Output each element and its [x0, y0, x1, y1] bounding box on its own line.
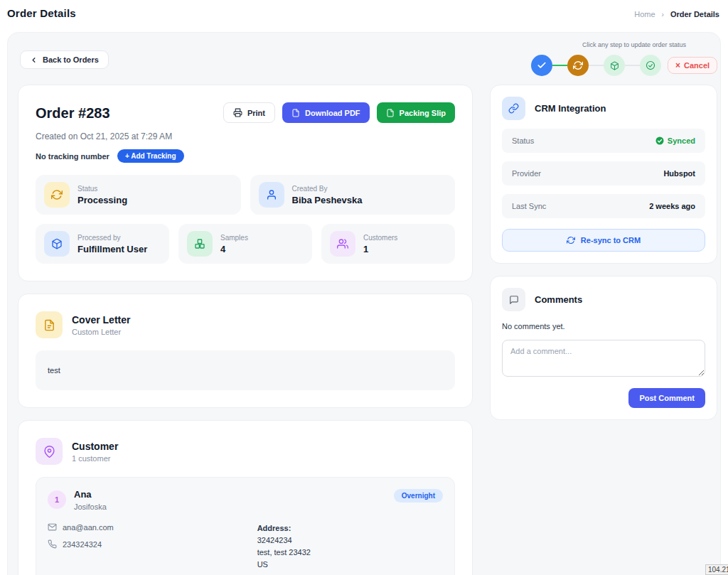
comments-empty-text: No comments yet.	[502, 322, 705, 331]
printer-icon	[233, 108, 242, 117]
breadcrumb: Home › Order Details	[634, 10, 719, 18]
customer-phone: 234324324	[48, 539, 257, 549]
user-icon	[259, 182, 284, 208]
crm-status-row: Status Synced	[502, 129, 705, 153]
print-button[interactable]: Print	[223, 102, 275, 123]
back-to-orders-button[interactable]: Back to Orders	[20, 50, 109, 69]
refresh-icon	[567, 236, 575, 244]
packing-slip-button[interactable]: Packing Slip	[377, 102, 455, 123]
chevron-left-icon	[30, 56, 38, 64]
status-tile: Status Processing	[36, 175, 241, 215]
customer-address: Address: 32424234 test, test 23432 US	[257, 522, 443, 571]
created-by-tile: Created By Biba Peshevska	[250, 175, 456, 215]
boxes-icon	[187, 231, 213, 257]
page-title: Order Details	[7, 7, 76, 19]
cover-letter-subtitle: Custom Letter	[72, 328, 130, 336]
resync-crm-button[interactable]: Re-sync to CRM	[502, 229, 705, 252]
breadcrumb-current: Order Details	[670, 10, 719, 18]
step-connector	[589, 65, 604, 66]
link-icon	[502, 97, 525, 120]
download-pdf-button[interactable]: Download PDF	[282, 102, 370, 123]
samples-tile: Samples 4	[178, 224, 312, 264]
order-number-title: Order #283	[36, 102, 110, 122]
check-circle-icon	[655, 136, 664, 145]
customer-section-title: Customer	[72, 441, 118, 452]
document-icon	[36, 311, 63, 338]
status-bar-url: 104.21.	[705, 564, 728, 575]
breadcrumb-separator-icon: ›	[662, 11, 664, 18]
comment-input[interactable]	[502, 340, 705, 377]
crm-integration-card: CRM Integration Status Synced Provider H…	[490, 85, 717, 264]
cancel-label: Cancel	[684, 61, 710, 70]
stepper-hint: Click any step to update order status	[560, 41, 709, 48]
phone-icon	[48, 539, 57, 549]
package-icon	[610, 61, 619, 70]
cover-letter-card: Cover Letter Custom Letter test	[18, 294, 473, 408]
processed-by-tile: Processed by Fulfillment User	[36, 224, 169, 264]
order-created-date: Created on Oct 21, 2025 at 7:29 AM	[36, 131, 455, 141]
crm-provider-row: Provider Hubspot	[502, 161, 705, 186]
customer-last-name: Josifoska	[74, 503, 107, 511]
customer-email: ana@aan.com	[48, 522, 257, 532]
package-icon	[44, 231, 70, 257]
customer-index-avatar: 1	[48, 490, 66, 509]
chat-icon	[502, 288, 525, 311]
check-icon	[537, 60, 547, 70]
comments-card: Comments No comments yet. Post Comment	[490, 276, 717, 420]
map-pin-icon	[36, 438, 63, 465]
step-shipped[interactable]	[604, 55, 625, 76]
breadcrumb-home-link[interactable]: Home	[634, 10, 655, 18]
refresh-icon	[573, 60, 583, 70]
cover-letter-title: Cover Letter	[72, 314, 130, 326]
close-icon: ×	[675, 61, 680, 70]
step-processing[interactable]	[567, 55, 589, 76]
shipping-method-badge: Overnight	[394, 489, 443, 503]
tracking-status-text: No tracking number	[36, 152, 109, 161]
crm-title: CRM Integration	[535, 103, 606, 114]
customer-count: 1 customer	[72, 454, 118, 463]
step-confirmed[interactable]	[531, 55, 552, 76]
step-connector	[625, 65, 640, 66]
crm-last-sync-row: Last Sync 2 weeks ago	[502, 194, 705, 218]
file-icon	[291, 109, 300, 117]
users-icon	[330, 231, 355, 257]
cancel-order-button[interactable]: × Cancel	[668, 57, 717, 74]
comments-title: Comments	[535, 294, 582, 305]
cover-letter-content: test	[36, 350, 455, 390]
main-panel: Back to Orders Click any step to update …	[7, 32, 721, 575]
order-status-stepper: Click any step to update order status	[531, 41, 709, 76]
back-to-orders-label: Back to Orders	[43, 55, 99, 64]
add-tracking-button[interactable]: + Add Tracking	[117, 149, 184, 163]
step-delivered[interactable]	[640, 55, 661, 76]
customers-tile: Customers 1	[321, 224, 455, 264]
check-circle-icon	[646, 60, 655, 70]
customer-first-name: Ana	[74, 489, 107, 500]
refresh-icon	[44, 182, 70, 208]
customer-card: Customer 1 customer 1 Ana Josifoska Over…	[18, 420, 473, 575]
order-summary-card: Order #283 Print Download PDF	[18, 85, 473, 281]
file-icon	[386, 109, 395, 117]
mail-icon	[48, 522, 57, 532]
step-connector	[552, 65, 567, 66]
post-comment-button[interactable]: Post Comment	[628, 388, 705, 408]
customer-detail-box: 1 Ana Josifoska Overnight ana@aan.com	[36, 477, 455, 575]
